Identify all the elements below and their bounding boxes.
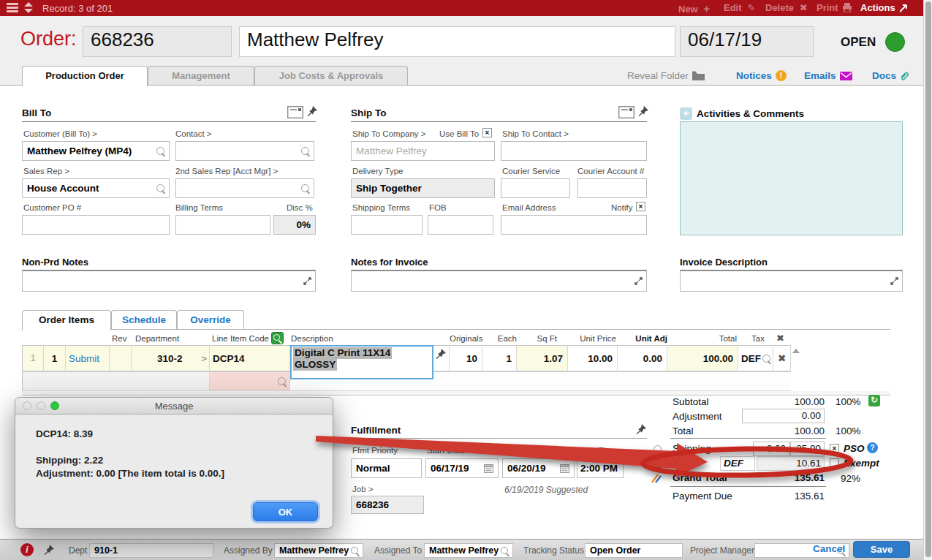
refresh-totals-button[interactable]: ↻ — [868, 395, 880, 406]
email-address-field[interactable] — [501, 215, 647, 235]
ship-to-company-field[interactable]: Matthew Pelfrey — [351, 141, 495, 161]
tab-order-items[interactable]: Order Items — [22, 310, 111, 330]
bill-to-card-icon[interactable] — [287, 106, 303, 118]
row-delete-cell[interactable]: ✖ — [773, 345, 791, 371]
job-field[interactable]: 668236 — [351, 496, 424, 514]
tax-cell[interactable]: DEF — [738, 345, 773, 371]
expand-icon[interactable] — [634, 276, 643, 286]
activities-box[interactable] — [680, 121, 903, 235]
ship-date-field[interactable]: 06/20/19 — [502, 458, 575, 478]
emails-link[interactable]: Emails — [804, 70, 852, 81]
ffmt-priority-field[interactable]: Normal — [351, 458, 422, 478]
customer-po-field[interactable] — [22, 215, 170, 235]
tax-calc-icon[interactable] — [651, 473, 662, 484]
ship-to-card-icon[interactable] — [618, 106, 634, 118]
items-scroll-up[interactable] — [792, 349, 800, 353]
adjustment-field[interactable]: 0.00 — [742, 409, 825, 423]
tab-override[interactable]: Override — [177, 310, 244, 330]
tab-job-costs[interactable]: Job Costs & Approvals — [254, 66, 408, 86]
record-sort-arrows-icon[interactable] — [24, 2, 33, 13]
docs-link[interactable]: Docs — [872, 70, 909, 81]
search-icon[interactable] — [301, 147, 309, 155]
calendar-icon[interactable] — [560, 464, 569, 473]
bill-to-pin-icon[interactable] — [307, 106, 317, 117]
non-prd-notes-box[interactable] — [22, 270, 316, 292]
submit-link[interactable]: Submit — [69, 353, 99, 364]
notify-checkbox[interactable]: × — [636, 202, 645, 211]
tab-production-order[interactable]: Production Order — [22, 66, 148, 86]
menu-new[interactable]: New + — [678, 2, 710, 15]
department-drill-caret[interactable]: > — [201, 353, 209, 364]
expand-icon[interactable] — [303, 276, 312, 286]
search-icon[interactable] — [156, 147, 164, 155]
qty-cell[interactable]: 1 — [44, 345, 66, 371]
sales-rep2-field[interactable] — [175, 178, 314, 198]
menu-edit[interactable]: Edit ✎ — [724, 2, 755, 13]
sqft-cell[interactable]: 1.07 — [517, 345, 568, 371]
menu-actions[interactable]: Actions — [860, 2, 909, 13]
search-icon[interactable] — [653, 445, 662, 453]
invoice-description-box[interactable] — [680, 270, 903, 292]
unit-price-cell[interactable]: 10.00 — [568, 345, 618, 371]
contact-field[interactable] — [175, 141, 314, 161]
save-button[interactable]: Save — [853, 541, 910, 558]
info-icon[interactable]: i — [20, 543, 34, 556]
customer-bill-to-field[interactable]: Matthew Pelfrey (MP4) — [22, 141, 170, 161]
description-cell[interactable]: Digital C Print 11X14 GLOSSY — [290, 345, 433, 379]
item-search-button[interactable] — [271, 332, 284, 344]
menu-delete[interactable]: Delete ✖ — [765, 2, 808, 13]
dept-field[interactable]: 910-1 — [89, 543, 213, 558]
order-number-field[interactable]: 668236 — [83, 26, 232, 57]
shipping-help-icon[interactable]: ? — [867, 442, 878, 453]
calendar-icon[interactable] — [484, 464, 493, 473]
line-item-code-cell[interactable]: DCP14 — [210, 345, 290, 371]
department-cell[interactable]: 310-2 > — [132, 345, 210, 371]
notes-for-invoice-box[interactable] — [351, 270, 647, 292]
cancel-link[interactable]: Cancel — [813, 543, 845, 554]
delivery-type-field[interactable]: Ship Together — [351, 178, 495, 198]
tracking-status-field[interactable]: Open Order — [585, 543, 683, 558]
tax-value-field[interactable]: 10.61 — [757, 456, 825, 471]
ship-time-field[interactable]: 2:00 PM — [577, 458, 624, 478]
tab-schedule[interactable]: Schedule — [111, 310, 177, 330]
shipping-cost-field[interactable]: 0.00 — [753, 442, 789, 456]
search-icon[interactable] — [156, 184, 164, 192]
courier-service-field[interactable] — [501, 178, 570, 198]
dialog-titlebar[interactable]: Message — [15, 398, 333, 415]
ok-button[interactable]: OK — [253, 502, 318, 521]
add-activity-button[interactable]: + — [680, 107, 692, 120]
shipping-charge-field[interactable]: 25.00 — [790, 442, 825, 456]
originals-cell[interactable]: 10 — [450, 345, 482, 371]
courier-account-field[interactable] — [577, 178, 647, 198]
fob-field[interactable] — [428, 215, 493, 235]
tab-management[interactable]: Management — [148, 66, 254, 86]
reveal-folder-link[interactable]: Reveal Folder — [627, 70, 705, 81]
ship-to-contact-field[interactable] — [501, 141, 647, 161]
hamburger-menu-icon[interactable] — [7, 3, 18, 12]
each-cell[interactable]: 1 — [482, 345, 517, 371]
tax-checkbox[interactable] — [830, 458, 839, 468]
description-pin-icon[interactable] — [436, 349, 446, 360]
rev-cell[interactable] — [110, 345, 132, 371]
disc-pct-field[interactable]: 0% — [273, 215, 316, 235]
scrollbar-thumb[interactable] — [925, 1, 931, 557]
new-item-code-cell[interactable] — [210, 371, 290, 391]
assigned-by-field[interactable]: Matthew Pelfrey — [274, 543, 363, 558]
vertical-scrollbar[interactable] — [923, 0, 932, 560]
tax-code-field[interactable]: DEF — [720, 456, 755, 471]
customer-name-field[interactable]: Matthew Pelfrey — [239, 26, 675, 57]
start-date-field[interactable]: 06/17/19 — [425, 458, 499, 478]
search-icon[interactable] — [501, 547, 508, 554]
submit-cell[interactable]: Submit — [66, 345, 110, 371]
footer-pin-icon[interactable] — [44, 545, 54, 556]
order-date-field[interactable]: 06/17/19 — [680, 26, 814, 57]
ship-to-pin-icon[interactable] — [638, 106, 648, 117]
use-bill-to-checkbox[interactable]: × — [482, 128, 492, 137]
search-icon[interactable] — [351, 547, 358, 554]
notices-link[interactable]: Notices ! — [736, 70, 787, 81]
expand-icon[interactable] — [890, 276, 899, 286]
search-icon[interactable] — [653, 460, 662, 468]
search-icon[interactable] — [301, 184, 309, 192]
total-cell[interactable]: 100.00 — [667, 345, 738, 371]
sales-rep-field[interactable]: House Account — [22, 178, 170, 198]
